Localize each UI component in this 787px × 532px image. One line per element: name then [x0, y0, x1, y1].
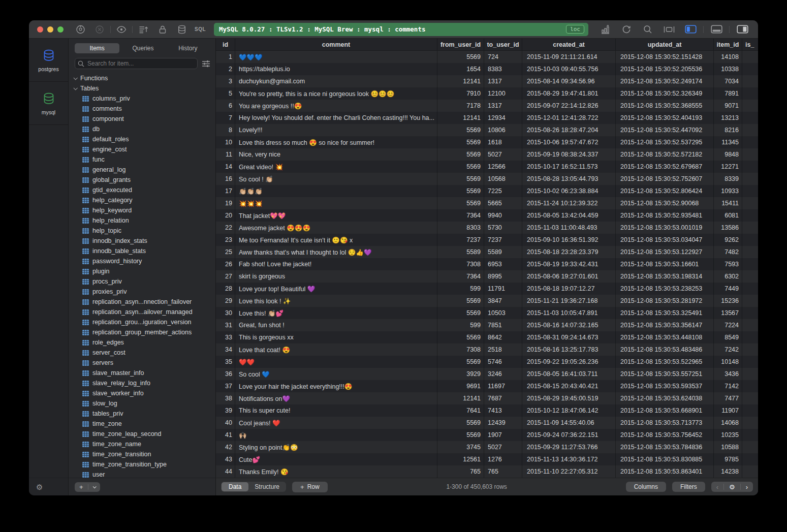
refresh-icon[interactable]	[617, 23, 636, 36]
cell-from_user_id[interactable]: 7641	[437, 404, 484, 417]
cell-from_user_id[interactable]: 5569	[437, 197, 484, 209]
cell-comment[interactable]: skirt is gorgeous	[235, 270, 437, 283]
cell-from_user_id[interactable]: 5569	[437, 148, 484, 161]
column-header-id[interactable]: id	[216, 39, 235, 50]
sidebar-table-item-innodb_index_stats[interactable]: innodb_index_stats	[69, 236, 215, 246]
table-row[interactable]: 40Cool jeans! ❤️5569124392015-11-09 14:5…	[216, 417, 758, 429]
cell-to_user_id[interactable]: 12934	[484, 112, 522, 124]
cell-from_user_id[interactable]: 7308	[437, 258, 484, 270]
cell-comment[interactable]: Notifications on💜	[235, 392, 437, 404]
cell-comment[interactable]: Great, fun shot !	[235, 319, 437, 331]
table-row[interactable]: 23Me too Fernanda! It's cute isn't it 🙂😘…	[216, 234, 758, 246]
cell-to_user_id[interactable]: 5730	[484, 222, 522, 234]
cell-comment[interactable]: Love this look ! ✨	[235, 295, 437, 307]
cell-created_at[interactable]: 2015-10-02 06:23:38.884	[522, 185, 616, 197]
cell-created_at[interactable]: 2015-08-26 18:28:47.204	[522, 124, 616, 136]
cell-created_at[interactable]: 2015-10-06 19:57:47.672	[522, 136, 616, 148]
sidebar-table-item-replication_group_member_actions[interactable]: replication_group_member_actions	[69, 327, 215, 337]
cell-created_at[interactable]: 2015-11-13 14:30:36.172	[522, 453, 616, 465]
sidebar-table-item-time_zone_transition[interactable]: time_zone_transition	[69, 449, 215, 459]
filter-sliders-icon[interactable]	[202, 60, 210, 68]
cell-created_at[interactable]: 2015-10-12 18:47:06.142	[522, 404, 616, 417]
cell-to_user_id[interactable]: 10806	[484, 124, 522, 136]
filters-button[interactable]: Filters	[672, 482, 705, 492]
search-icon[interactable]	[638, 23, 657, 36]
cell-from_user_id[interactable]: 5569	[437, 51, 484, 63]
cell-from_user_id[interactable]: 3745	[437, 441, 484, 453]
cell-is_[interactable]	[742, 185, 758, 197]
cell-updated_at[interactable]: 2015-12-08 15:30:53.001019	[616, 222, 714, 234]
column-header-updated_at[interactable]: updated_at	[616, 39, 714, 50]
cell-item_id[interactable]: 14238	[714, 465, 742, 478]
cell-created_at[interactable]: 2015-11-09 14:55:40.06	[522, 417, 616, 429]
cell-is_[interactable]	[742, 356, 758, 368]
cell-created_at[interactable]: 2015-09-10 16:36:51.392	[522, 234, 616, 246]
cell-comment[interactable]: So cool 💙	[235, 368, 437, 380]
cell-to_user_id[interactable]: 724	[484, 51, 522, 63]
cell-is_[interactable]	[742, 295, 758, 307]
cell-updated_at[interactable]: 2015-12-08 15:30:52.935481	[616, 209, 714, 222]
columns-button[interactable]: Columns	[626, 482, 666, 492]
cell-item_id[interactable]: 7593	[714, 258, 742, 270]
cell-item_id[interactable]: 10933	[714, 185, 742, 197]
cell-created_at[interactable]: 2015-10-17 16:52:11.573	[522, 161, 616, 173]
cell-item_id[interactable]: 9262	[714, 234, 742, 246]
cell-item_id[interactable]: 13213	[714, 112, 742, 124]
cell-comment[interactable]: 💥💥💥	[235, 197, 437, 209]
log-export-icon[interactable]	[134, 23, 153, 36]
connect-icon[interactable]	[71, 23, 90, 36]
cell-updated_at[interactable]: 2015-12-08 15:30:52.326349	[616, 87, 714, 100]
sidebar-table-item-slave_master_info[interactable]: slave_master_info	[69, 368, 215, 378]
cell-id[interactable]: 31	[216, 319, 235, 331]
cell-to_user_id[interactable]: 1907	[484, 429, 522, 441]
cell-item_id[interactable]: 11907	[714, 404, 742, 417]
zoom-button[interactable]	[57, 26, 64, 33]
cell-id[interactable]: 26	[216, 258, 235, 270]
cell-created_at[interactable]: 2015-11-24 10:12:39.322	[522, 197, 616, 209]
cell-comment[interactable]: Styling on point👏😳	[235, 441, 437, 453]
cell-id[interactable]: 39	[216, 404, 235, 417]
cell-to_user_id[interactable]: 8995	[484, 270, 522, 283]
cell-from_user_id[interactable]: 7178	[437, 100, 484, 112]
cell-to_user_id[interactable]: 1276	[484, 453, 522, 465]
cell-id[interactable]: 19	[216, 197, 235, 209]
database-icon[interactable]	[172, 23, 192, 36]
cell-id[interactable]: 28	[216, 283, 235, 295]
cell-is_[interactable]	[742, 112, 758, 124]
cell-id[interactable]: 33	[216, 331, 235, 343]
cell-comment[interactable]: Love your hair the jacket everything!!!😍	[235, 380, 437, 392]
cell-from_user_id[interactable]: 1654	[437, 63, 484, 75]
cell-id[interactable]: 20	[216, 209, 235, 222]
cell-created_at[interactable]: 2015-08-15 20:43:40.421	[522, 380, 616, 392]
cell-id[interactable]: 36	[216, 368, 235, 380]
page-settings-gear-icon[interactable]: ⚙	[724, 482, 740, 492]
cell-id[interactable]: 30	[216, 307, 235, 319]
cell-item_id[interactable]: 13567	[714, 307, 742, 319]
cell-created_at[interactable]: 2015-08-06 19:27:01.601	[522, 270, 616, 283]
cell-to_user_id[interactable]: 6953	[484, 258, 522, 270]
cell-updated_at[interactable]: 2015-12-08 15:30:52.806424	[616, 185, 714, 197]
cell-from_user_id[interactable]: 5569	[437, 136, 484, 148]
cell-item_id[interactable]: 9848	[714, 148, 742, 161]
cell-to_user_id[interactable]: 12100	[484, 87, 522, 100]
cell-item_id[interactable]: 3436	[714, 368, 742, 380]
cell-updated_at[interactable]: 2015-12-08 15:30:52.404193	[616, 112, 714, 124]
disconnect-icon[interactable]	[90, 23, 109, 36]
table-row[interactable]: 6You are gorgeous !!😍717813172015-09-07 …	[216, 100, 758, 112]
table-row[interactable]: 22Awesome jacket 😍😍😍830357302015-11-03 1…	[216, 222, 758, 234]
cell-is_[interactable]	[742, 222, 758, 234]
sidebar-table-item-user[interactable]: user	[69, 470, 215, 478]
cell-from_user_id[interactable]: 7364	[437, 209, 484, 222]
column-header-item_id[interactable]: item_id	[714, 39, 742, 50]
sidebar-table-item-tables_priv[interactable]: tables_priv	[69, 409, 215, 419]
cell-from_user_id[interactable]: 9691	[437, 380, 484, 392]
cell-updated_at[interactable]: 2015-12-08 15:30:53.238253	[616, 283, 714, 295]
cell-from_user_id[interactable]: 12141	[437, 392, 484, 404]
cell-is_[interactable]	[742, 258, 758, 270]
toggle-right-panel-icon[interactable]	[733, 23, 752, 36]
cell-is_[interactable]	[742, 368, 758, 380]
cell-id[interactable]: 29	[216, 295, 235, 307]
sidebar-table-item-gtid_executed[interactable]: gtid_executed	[69, 185, 215, 195]
cell-is_[interactable]	[742, 87, 758, 100]
cell-is_[interactable]	[742, 136, 758, 148]
